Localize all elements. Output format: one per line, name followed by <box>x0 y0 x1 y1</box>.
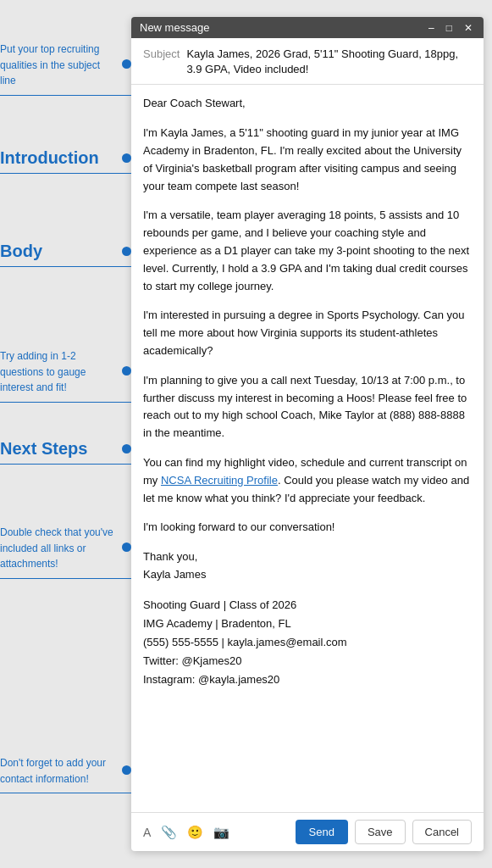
section-introduction: Introduction <box>0 148 131 174</box>
paragraph-6: I'm looking forward to our conversation! <box>143 519 472 537</box>
paragraph-5: You can find my highlight video, schedul… <box>143 454 472 507</box>
sig-line-5: Instagram: @kayla.james20 <box>143 673 279 686</box>
separator-5 <box>0 464 131 465</box>
tip-dot-4 <box>122 366 131 376</box>
salutation: Dear Coach Stewart, <box>143 95 472 113</box>
subject-row: Subject Kayla James, 2026 Grad, 5'11" Sh… <box>131 38 484 85</box>
tip-dot-7 <box>122 765 131 775</box>
tip-dot-6 <box>122 542 131 552</box>
paragraph-4: I'm planning to give you a call next Tue… <box>143 372 472 442</box>
closing: Thank you, Kayla James <box>143 548 472 584</box>
tip-contact-text: Don't forget to add your contact informa… <box>0 757 106 785</box>
tip-links-text: Double check that you've included all li… <box>0 526 113 570</box>
paragraph-2: I'm a versatile, team player averaging 1… <box>143 207 472 295</box>
tip-dot-3 <box>122 247 131 256</box>
email-title: New message <box>140 21 209 34</box>
email-window: New message – □ ✕ Subject Kayla James, 2… <box>131 17 484 851</box>
subject-label: Subject <box>143 47 180 60</box>
separator-2 <box>0 173 131 174</box>
separator-3 <box>0 266 131 267</box>
maximize-button[interactable]: □ <box>444 22 455 34</box>
footer-buttons: Send Save Cancel <box>296 820 472 844</box>
tip-questions-text: Try adding in 1-2 questions to gauge int… <box>0 350 86 393</box>
ncsa-link[interactable]: NCSA Recruiting Profile <box>161 474 278 487</box>
email-footer: A 📎 🙂 📷 Send Save Cancel <box>131 812 484 851</box>
close-button[interactable]: ✕ <box>462 22 475 34</box>
save-button[interactable]: Save <box>355 820 406 844</box>
tip-subject-text: Put your top recruiting qualities in the… <box>0 43 100 86</box>
tip-dot-1 <box>122 59 131 69</box>
formatting-icon[interactable]: A <box>143 826 151 839</box>
subject-value: Kayla James, 2026 Grad, 5'11" Shooting G… <box>186 47 472 77</box>
sig-line-3: (555) 555-5555 | kayla.james@email.com <box>143 636 347 648</box>
paragraph-1: I'm Kayla James, a 5'11" shooting guard … <box>143 125 472 195</box>
footer-icons: A 📎 🙂 📷 <box>143 825 229 840</box>
next-steps-label: Next Steps <box>0 439 96 458</box>
separator-1 <box>0 95 131 96</box>
tip-links: Double check that you've included all li… <box>0 524 131 579</box>
tip-questions: Try adding in 1-2 questions to gauge int… <box>0 348 131 403</box>
body-label: Body <box>0 242 51 260</box>
email-titlebar: New message – □ ✕ <box>131 17 484 38</box>
sig-line-2: IMG Academy | Bradenton, FL <box>143 617 291 630</box>
image-icon[interactable]: 📷 <box>213 825 229 840</box>
emoji-icon[interactable]: 🙂 <box>187 825 203 840</box>
tip-subject-line: Put your top recruiting qualities in the… <box>0 41 131 96</box>
tip-dot-2 <box>122 153 131 163</box>
cancel-button[interactable]: Cancel <box>412 820 472 844</box>
tip-contact: Don't forget to add your contact informa… <box>0 754 131 793</box>
paragraph-3: I'm interested in pursuing a degree in S… <box>143 307 472 359</box>
sig-line-4: Twitter: @Kjames20 <box>143 654 242 667</box>
tip-dot-5 <box>122 444 131 453</box>
separator-6 <box>0 578 131 579</box>
signature: Shooting Guard | Class of 2026 IMG Acade… <box>143 596 472 689</box>
email-body: Dear Coach Stewart, I'm Kayla James, a 5… <box>131 85 484 812</box>
titlebar-controls: – □ ✕ <box>426 22 475 34</box>
separator-7 <box>0 793 131 793</box>
section-body: Body <box>0 242 131 267</box>
sig-line-1: Shooting Guard | Class of 2026 <box>143 598 296 611</box>
minimize-button[interactable]: – <box>426 22 437 34</box>
attachment-icon[interactable]: 📎 <box>161 825 177 840</box>
send-button[interactable]: Send <box>296 820 348 844</box>
section-next-steps: Next Steps <box>0 439 131 465</box>
separator-4 <box>0 402 131 403</box>
introduction-label: Introduction <box>0 148 108 167</box>
